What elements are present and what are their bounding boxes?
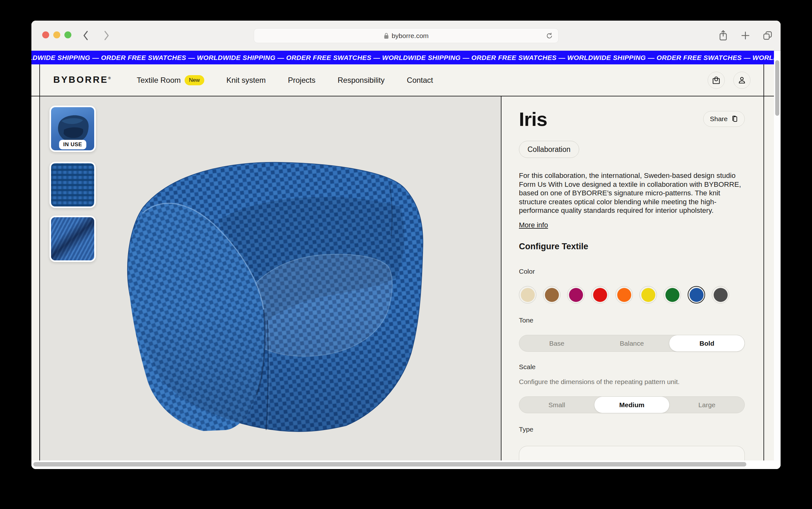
color-dot xyxy=(714,288,728,302)
minimize-window-button[interactable] xyxy=(53,31,60,38)
color-dot xyxy=(521,288,535,302)
vertical-scrollbar[interactable] xyxy=(774,51,781,469)
color-label: Color xyxy=(519,268,535,275)
color-dot xyxy=(689,288,704,302)
nav-items: Textile RoomNewKnit systemProjectsRespon… xyxy=(137,64,433,96)
nav-item-textile-room[interactable]: Textile RoomNew xyxy=(137,75,204,85)
tab-overview-icon[interactable] xyxy=(763,29,772,42)
new-tab-icon[interactable] xyxy=(741,29,750,42)
color-dot xyxy=(666,288,679,302)
more-info-link[interactable]: More info xyxy=(519,221,548,229)
color-dot xyxy=(593,288,607,302)
bag-icon xyxy=(712,76,720,84)
tone-option-base[interactable]: Base xyxy=(519,335,595,351)
scale-option-small[interactable]: Small xyxy=(519,397,595,413)
type-label: Type xyxy=(519,426,534,433)
browser-toolbar: byborre.com xyxy=(31,21,781,51)
collaboration-tag: Collaboration xyxy=(519,141,579,158)
nav-item-label: Contact xyxy=(407,76,433,85)
fabric-thumbnail-image xyxy=(51,217,94,260)
site-navigation: BYBORRE® Textile RoomNewKnit systemProje… xyxy=(31,64,781,96)
page-left-gutter xyxy=(31,96,39,461)
share-button[interactable]: Share xyxy=(703,111,745,127)
color-swatch-orange[interactable] xyxy=(615,286,633,304)
color-dot xyxy=(545,288,559,302)
frame-border-right xyxy=(764,64,764,461)
scale-segmented-control: SmallMediumLarge xyxy=(519,397,745,413)
registered-mark: ® xyxy=(108,76,111,80)
color-dot xyxy=(617,288,631,302)
tone-option-balance[interactable]: Balance xyxy=(595,335,670,351)
panel-divider xyxy=(501,96,502,461)
person-icon xyxy=(738,76,746,84)
vertical-scrollbar-thumb[interactable] xyxy=(775,60,779,116)
account-button[interactable] xyxy=(733,72,750,89)
tone-segmented-control: BaseBalanceBold xyxy=(519,335,745,352)
scale-option-medium[interactable]: Medium xyxy=(594,397,670,413)
new-badge: New xyxy=(184,75,204,85)
scale-label: Scale xyxy=(519,363,536,371)
tone-option-bold[interactable]: Bold xyxy=(669,335,745,352)
zoom-window-button[interactable] xyxy=(64,31,71,38)
address-bar[interactable]: byborre.com xyxy=(254,28,559,43)
nav-item-contact[interactable]: Contact xyxy=(407,76,433,85)
scale-option-large[interactable]: Large xyxy=(669,397,744,413)
nav-item-label: Projects xyxy=(288,76,315,85)
color-swatches xyxy=(519,286,729,304)
view-thumbnail-chair[interactable]: IN USE xyxy=(49,106,96,152)
product-panel: Iris Share Collaboration For this collab… xyxy=(502,96,764,461)
color-swatch-magenta[interactable] xyxy=(567,286,584,304)
nav-item-knit-system[interactable]: Knit system xyxy=(227,76,266,85)
nav-item-label: Responsibility xyxy=(337,76,384,85)
color-swatch-cream[interactable] xyxy=(519,286,536,304)
nav-item-projects[interactable]: Projects xyxy=(288,76,315,85)
view-thumbnail-pattern[interactable] xyxy=(49,162,96,208)
configure-heading: Configure Textile xyxy=(519,242,588,251)
cart-button[interactable] xyxy=(708,72,725,89)
chair-3d-render[interactable] xyxy=(124,160,425,433)
scale-description: Configure the dimensions of the repeatin… xyxy=(519,378,680,386)
browser-window: byborre.com WORLDWIDE SHIPPING — O xyxy=(31,21,781,469)
color-swatch-blue[interactable] xyxy=(688,286,705,304)
byborre-logo[interactable]: BYBORRE® xyxy=(53,74,111,85)
color-swatch-gray[interactable] xyxy=(712,286,729,304)
frame-border-left xyxy=(39,64,40,461)
tone-label: Tone xyxy=(519,316,534,324)
color-swatch-brown[interactable] xyxy=(543,286,561,304)
copy-icon xyxy=(731,115,738,123)
back-button[interactable] xyxy=(82,29,90,42)
in-use-badge: IN USE xyxy=(59,140,86,149)
promo-marquee-banner: WORLDWIDE SHIPPING — ORDER FREE SWATCHES… xyxy=(31,51,781,64)
color-swatch-yellow[interactable] xyxy=(639,286,657,304)
lock-icon xyxy=(384,33,389,39)
color-swatch-green[interactable] xyxy=(664,286,681,304)
reload-button[interactable] xyxy=(546,32,553,40)
view-thumbnail-fabric[interactable] xyxy=(49,216,96,262)
horizontal-scrollbar-thumb[interactable] xyxy=(33,462,746,467)
nav-item-responsibility[interactable]: Responsibility xyxy=(337,76,384,85)
pattern-thumbnail-image xyxy=(51,163,94,206)
forward-button[interactable] xyxy=(102,29,110,42)
close-window-button[interactable] xyxy=(42,31,49,38)
product-description: For this collaboration, the internationa… xyxy=(519,171,743,215)
banner-track: WORLDWIDE SHIPPING — ORDER FREE SWATCHES… xyxy=(31,51,781,64)
nav-item-label: Knit system xyxy=(227,76,266,85)
share-page-icon[interactable] xyxy=(718,29,728,42)
textile-3d-viewer[interactable]: IN USE xyxy=(40,96,501,461)
url-text: byborre.com xyxy=(392,32,429,40)
color-swatch-red[interactable] xyxy=(591,286,609,304)
page-title: Iris xyxy=(519,108,547,130)
horizontal-scrollbar[interactable] xyxy=(31,461,781,469)
traffic-lights xyxy=(42,31,71,38)
color-dot xyxy=(569,288,583,302)
nav-item-label: Textile Room xyxy=(137,76,181,85)
color-dot xyxy=(641,288,655,302)
page-right-gutter xyxy=(764,96,774,461)
